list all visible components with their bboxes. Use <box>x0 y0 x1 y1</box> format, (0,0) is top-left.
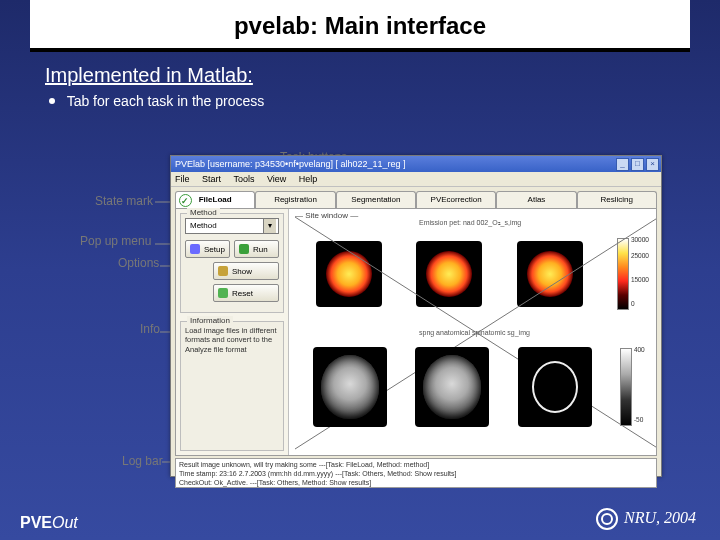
callout-options: Options <box>118 256 159 270</box>
menu-tools[interactable]: Tools <box>233 174 254 184</box>
pet-colorbar <box>617 238 629 310</box>
tab-pvecorrection[interactable]: PVEcorrection <box>416 191 496 208</box>
spiral-icon <box>596 508 618 530</box>
minimize-button[interactable]: _ <box>616 158 629 171</box>
mri-colorbar <box>620 348 632 426</box>
cbar-label: 25000 <box>631 252 649 259</box>
window-title: PVElab [username: p34530•nf•pvelang] [ a… <box>175 159 405 169</box>
group-label: Information <box>187 316 233 325</box>
footer-ital: Out <box>52 514 78 531</box>
pet-image-1[interactable] <box>316 241 382 307</box>
cbar-label: 0 <box>631 300 635 307</box>
setup-icon <box>190 244 200 254</box>
setup-button[interactable]: Setup <box>185 240 230 258</box>
run-icon <box>239 244 249 254</box>
menu-help[interactable]: Help <box>299 174 318 184</box>
run-button[interactable]: Run <box>234 240 279 258</box>
site-window-label: — Site window — <box>295 211 358 220</box>
tab-fileload[interactable]: FileLoad <box>175 191 255 208</box>
mri-image-2[interactable] <box>415 347 489 427</box>
slide-title: pvelab: Main interface <box>30 0 690 52</box>
footer-credit: NRU, 2004 <box>596 508 696 530</box>
reset-button[interactable]: Reset <box>213 284 279 302</box>
btn-label: Run <box>253 245 268 254</box>
method-dropdown[interactable]: Method <box>185 218 279 234</box>
callout-popup: Pop up menu <box>80 234 151 248</box>
method-group: Method Method Setup Run Show <box>180 213 284 313</box>
callout-info: Info <box>140 322 160 336</box>
left-panel: Method Method Setup Run Show <box>176 209 289 455</box>
pvelab-window: PVElab [username: p34530•nf•pvelang] [ a… <box>170 155 662 477</box>
slide-subsection: Implemented in Matlab: Tab for each task… <box>45 64 720 109</box>
menu-bar: File Start Tools View Help <box>171 172 661 187</box>
mri-row: 400 -50 <box>299 339 646 434</box>
tab-label: FileLoad <box>199 195 232 204</box>
tab-registration[interactable]: Registration <box>255 191 335 208</box>
app-body: Method Method Setup Run Show <box>175 208 657 456</box>
callout-state-mark: State mark <box>95 194 153 208</box>
info-text: Load image files in different formats an… <box>185 326 279 354</box>
window-titlebar[interactable]: PVElab [username: p34530•nf•pvelang] [ a… <box>171 156 661 172</box>
log-line: Time stamp: 23:16 2.7.2003 (mm:hh dd.mm.… <box>179 469 653 478</box>
maximize-button[interactable]: □ <box>631 158 644 171</box>
footer-bold: PVE <box>20 514 52 531</box>
sub-heading: Implemented in Matlab: <box>45 64 720 87</box>
menu-file[interactable]: File <box>175 174 190 184</box>
state-mark-icon <box>179 194 192 207</box>
pet-caption: Emission pet: nad 002_O₂_s,img <box>419 219 521 227</box>
tab-atlas[interactable]: Atlas <box>496 191 576 208</box>
log-line: CheckOut: Ok_Active. ---[Task: Others, M… <box>179 478 653 487</box>
btn-label: Setup <box>204 245 225 254</box>
bullet-line: Tab for each task in the process <box>45 93 720 109</box>
tab-reslicing[interactable]: Reslicing <box>577 191 657 208</box>
cbar-label: 400 <box>634 346 645 353</box>
bullet-icon <box>49 98 55 104</box>
pet-image-2[interactable] <box>416 241 482 307</box>
bullet-text: Tab for each task in the process <box>67 93 265 109</box>
callout-logbar: Log bar <box>122 454 163 468</box>
footer-logo: PVEOut <box>20 514 78 532</box>
mri-caption: spng anatomical spinatomic sg_img <box>419 329 530 336</box>
mri-image-1[interactable] <box>313 347 387 427</box>
site-window: — Site window — Emission pet: nad 002_O₂… <box>289 209 656 455</box>
task-tabs: FileLoad Registration Segmentation PVEco… <box>171 187 661 208</box>
show-icon <box>218 266 228 276</box>
pet-image-3[interactable] <box>517 241 583 307</box>
log-bar[interactable]: Result image unknown, will try making so… <box>175 458 657 488</box>
menu-start[interactable]: Start <box>202 174 221 184</box>
show-button[interactable]: Show <box>213 262 279 280</box>
cbar-label: 30000 <box>631 236 649 243</box>
close-button[interactable]: × <box>646 158 659 171</box>
log-line: Result image unknown, will try making so… <box>179 460 653 469</box>
tab-segmentation[interactable]: Segmentation <box>336 191 416 208</box>
pet-row: 30000 25000 15000 0 <box>299 229 646 319</box>
menu-view[interactable]: View <box>267 174 286 184</box>
mri-image-3[interactable] <box>518 347 592 427</box>
info-group: Information Load image files in differen… <box>180 321 284 451</box>
group-label: Method <box>187 208 220 217</box>
reset-icon <box>218 288 228 298</box>
cbar-label: 15000 <box>631 276 649 283</box>
btn-label: Show <box>232 267 252 276</box>
cbar-label: -50 <box>634 416 643 423</box>
btn-label: Reset <box>232 289 253 298</box>
